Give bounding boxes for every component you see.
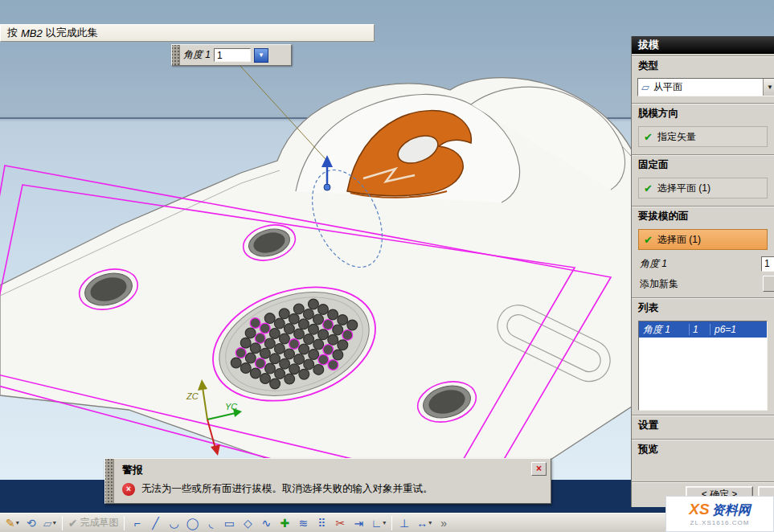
point-button[interactable]: ✚ — [276, 515, 293, 531]
prompt-key: MB2 — [21, 27, 43, 39]
line-button[interactable]: ╱ — [146, 515, 164, 531]
angle-label: 角度 1 — [640, 257, 667, 271]
chevron-down-icon: ▼ — [767, 84, 773, 91]
finish-sketch-button[interactable]: ✔完成草图 — [66, 515, 121, 531]
specify-vector-label: 指定矢量 — [657, 130, 696, 144]
rapid-dimension-icon: ↔ — [416, 518, 428, 529]
add-new-set-button[interactable] — [763, 276, 774, 292]
offset-curve-button[interactable]: ≋ — [294, 515, 312, 531]
section-fixed-plane-header[interactable]: 固定面 — [632, 154, 774, 174]
dialog-title: 拔模 — [638, 38, 659, 52]
watermark-logo: XS — [689, 501, 709, 518]
reattach-sketch-button[interactable]: ⟲ — [23, 515, 40, 531]
angle-popup-label: 角度 1 — [183, 48, 211, 62]
type-combo-row: ▱ 从平面 ▼ — [632, 76, 774, 99]
datum-plane-icon: ▱ — [43, 518, 52, 529]
watermark-site-name: 资料网 — [712, 503, 751, 518]
pattern-curve-button[interactable]: ⠿ — [313, 515, 330, 531]
caret-down-icon: ▾ — [53, 519, 56, 526]
select-face-row[interactable]: ✔ 选择面 (1) — [638, 229, 768, 250]
rectangle-button[interactable]: ▭ — [220, 515, 238, 531]
combo-dropdown-button[interactable]: ▼ — [763, 79, 774, 96]
caret-down-icon: ▾ — [428, 519, 432, 526]
leader-line — [240, 66, 326, 159]
list-row[interactable]: 角度 1 1 p6=1 — [639, 321, 767, 338]
profile-button[interactable]: ⌐ — [128, 515, 145, 531]
geometric-constraints-button[interactable]: ⊥ — [395, 515, 413, 531]
rapid-dimension-button[interactable]: ↔▾ — [414, 515, 434, 531]
error-icon: × — [122, 483, 135, 496]
section-faces-to-draft-header[interactable]: 要拔模的面 — [632, 206, 774, 226]
type-value: 从平面 — [653, 80, 759, 94]
dialog-titlebar[interactable]: 拔模 — [632, 36, 774, 54]
profile-icon: ⌐ — [133, 518, 140, 529]
angle-popup[interactable]: 角度 1 ▼ — [171, 44, 292, 66]
alert-close-button[interactable]: × — [531, 462, 547, 476]
prompt-bar: 按 MB2 以完成此集 — [0, 24, 375, 42]
draft-dialog: 拔模 类型 ▱ 从平面 ▼ 脱模方向 ✔ 指定矢量 固定面 ✔ 选择平面 (1)… — [631, 36, 774, 507]
studio-spline-button[interactable]: ∿ — [257, 515, 275, 531]
toolbar-separator — [62, 516, 63, 530]
quick-extend-button[interactable]: ⇥ — [350, 515, 367, 531]
prompt-prefix: 按 — [7, 26, 18, 40]
arc-button[interactable]: ◡ — [165, 515, 182, 531]
pattern-curve-icon: ⠿ — [317, 518, 326, 529]
zc-axis-label: ZC — [186, 391, 199, 401]
line-icon: ╱ — [152, 518, 158, 529]
section-type-header[interactable]: 类型 — [632, 55, 774, 76]
alert-drag-handle[interactable] — [105, 459, 114, 503]
datum-plane-button[interactable]: ▱▾ — [41, 515, 59, 531]
section-settings-header[interactable]: 设置 — [632, 415, 774, 435]
angle-row: 角度 1 — [632, 253, 774, 274]
sketch-button[interactable]: ✎▾ — [3, 515, 22, 531]
select-plane-row[interactable]: ✔ 选择平面 (1) — [638, 178, 768, 198]
application-window: ZC YC 按 MB2 以完成此集 角度 1 ▼ 拔模 类型 ▱ 从平面 ▼ — [0, 0, 774, 532]
angle-options-button[interactable]: ▼ — [254, 48, 268, 63]
type-combobox[interactable]: ▱ 从平面 ▼ — [637, 78, 774, 96]
from-plane-icon: ▱ — [641, 81, 649, 93]
select-plane-label: 选择平面 (1) — [657, 182, 711, 195]
make-corner-icon: ∟ — [371, 518, 382, 529]
quick-trim-button[interactable]: ✂ — [331, 515, 349, 531]
check-icon: ✔ — [644, 182, 653, 194]
add-new-set-row[interactable]: 添加新集 — [632, 274, 774, 293]
polygon-button[interactable]: ◇ — [239, 515, 256, 531]
caret-down-icon: ▾ — [383, 519, 386, 526]
circle-button[interactable]: ◯ — [183, 515, 201, 531]
popup-drag-handle[interactable] — [172, 45, 180, 65]
list-cell-value: 1 — [689, 324, 710, 335]
section-preview-header[interactable]: 预览 — [632, 439, 774, 459]
check-icon: ✔ — [644, 131, 653, 143]
list-cell-name: 角度 1 — [639, 323, 689, 337]
sketch-icon: ✎ — [6, 518, 15, 529]
angle-popup-input[interactable] — [214, 48, 251, 62]
more-tools-button[interactable]: » — [435, 515, 453, 531]
alert-title: 警报 — [122, 464, 143, 476]
specify-vector-row[interactable]: ✔ 指定矢量 — [638, 126, 768, 147]
make-corner-button[interactable]: ∟▾ — [368, 515, 388, 531]
section-list-header[interactable]: 列表 — [632, 297, 774, 317]
quick-extend-icon: ⇥ — [354, 518, 364, 529]
add-new-set-label: 添加新集 — [640, 277, 678, 291]
arc-icon: ◡ — [169, 518, 178, 529]
bottom-toolbar: ✎▾⟲▱▾✔完成草图⌐╱◡◯◟▭◇∿✚≋⠿✂⇥∟▾⊥↔▾» — [0, 513, 774, 532]
finish-sketch-label: 完成草图 — [80, 516, 118, 530]
more-tools-icon: » — [440, 518, 447, 529]
offset-curve-icon: ≋ — [299, 518, 309, 529]
draft-set-list[interactable]: 角度 1 1 p6=1 — [638, 321, 768, 411]
select-face-label: 选择面 (1) — [657, 233, 701, 247]
reattach-sketch-icon: ⟲ — [27, 518, 36, 529]
circle-icon: ◯ — [186, 518, 199, 529]
watermark: XS 资料网 ZL.XS1616.COM — [665, 496, 774, 532]
fillet-button[interactable]: ◟ — [202, 515, 219, 531]
section-draw-direction-header[interactable]: 脱模方向 — [632, 103, 774, 123]
prompt-suffix: 以完成此集 — [46, 26, 98, 40]
caret-down-icon: ▾ — [16, 519, 19, 526]
alert-dialog: 警报 × × 无法为一些或所有面进行拔模。取消选择失败的输入对象并重试。 — [104, 458, 551, 504]
rectangle-icon: ▭ — [224, 518, 235, 529]
angle-input[interactable] — [761, 256, 774, 272]
chevron-down-icon: ▼ — [258, 51, 264, 59]
yc-axis-label: YC — [225, 402, 237, 411]
quick-trim-icon: ✂ — [336, 518, 346, 529]
polygon-icon: ◇ — [244, 518, 252, 529]
